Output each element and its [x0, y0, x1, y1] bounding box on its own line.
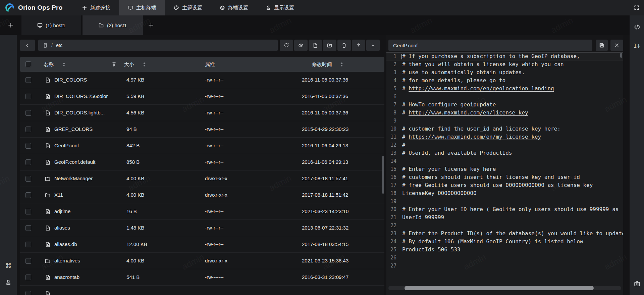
code-line[interactable]: 11# https://www.maxmind.com/en/my_licens…: [386, 133, 623, 141]
code-line[interactable]: 9: [386, 117, 623, 125]
file-list-scrollbar[interactable]: [382, 156, 384, 194]
code-line[interactable]: 20# Enter your User ID here ( GeoLite on…: [386, 205, 623, 213]
file-name[interactable]: GREP_COLORS: [54, 121, 93, 137]
upload-button[interactable]: [352, 40, 365, 51]
sort-order-button[interactable]: 1↓: [632, 41, 642, 51]
row-checkbox[interactable]: [25, 176, 31, 182]
new-session-button[interactable]: [4, 15, 17, 35]
file-name[interactable]: DIR_COLORS.lightb...: [54, 105, 105, 121]
file-row[interactable]: DIR_COLORS.256color5.59 KB-rw-r--r--2016…: [20, 88, 384, 105]
file-row[interactable]: NetworkManager4.00 KBdrwxr-xr-x2017-08-1…: [20, 170, 384, 187]
code-line[interactable]: 3# use to automatically obtain updates.: [386, 68, 623, 77]
code-line[interactable]: 15# Enter your license key here: [386, 165, 623, 173]
code-line[interactable]: 26: [386, 254, 623, 262]
row-checkbox[interactable]: [25, 159, 31, 165]
code-line[interactable]: 8# http://www.maxmind.com/en/license_key: [386, 109, 623, 117]
breadcrumb-segment-etc[interactable]: etc: [56, 43, 62, 48]
file-name[interactable]: DIR_COLORS: [54, 72, 87, 88]
sort-size-control[interactable]: [143, 62, 146, 67]
toggle-hidden-files-button[interactable]: [294, 40, 308, 51]
code-line[interactable]: 17# free GeoLite users should use 000000…: [386, 181, 623, 189]
row-checkbox[interactable]: [25, 192, 31, 198]
code-link[interactable]: https://www.maxmind.com/en/my_license_ke…: [409, 134, 541, 140]
file-row[interactable]: [20, 286, 384, 295]
screenshot-button[interactable]: [632, 279, 642, 288]
row-checkbox[interactable]: [25, 225, 31, 231]
file-name[interactable]: GeoIP.conf: [54, 138, 79, 154]
row-checkbox[interactable]: [25, 127, 31, 132]
sort-name-control[interactable]: [62, 62, 65, 67]
fullscreen-button[interactable]: [632, 3, 641, 12]
code-line[interactable]: 7# HowTo configure geoipupdate: [386, 101, 623, 109]
file-row[interactable]: DIR_COLORS.lightb...4.56 KB-rw-r--r--201…: [20, 105, 384, 121]
menu-item-terminal-settings[interactable]: 终端设置: [211, 0, 257, 15]
file-row[interactable]: aliases1.48 KB-rw-r--r--2013-06-07 22:31…: [20, 220, 384, 236]
file-name[interactable]: DIR_COLORS.256color: [54, 88, 108, 104]
identity-button[interactable]: [4, 278, 13, 287]
file-row[interactable]: GeoIP.conf.default858 B-rw-r--r--2016-11…: [20, 154, 384, 170]
code-line[interactable]: 25ProductIds 506 533: [386, 246, 623, 254]
code-view-button[interactable]: [632, 22, 642, 32]
code-line[interactable]: 22: [386, 222, 623, 230]
file-row[interactable]: GeoIP.conf842 B-rw-r--r--2016-11-06 04:2…: [20, 138, 384, 154]
filename-input[interactable]: GeoIP.conf: [388, 40, 592, 51]
editor-horizontal-scrollbar[interactable]: [405, 286, 594, 290]
file-row[interactable]: DIR_COLORS4.97 KB-rw-r--r--2016-11-05 00…: [20, 72, 384, 88]
code-line[interactable]: 27: [386, 262, 623, 270]
menu-item-display-settings[interactable]: 显示设置: [257, 0, 303, 15]
command-shortcuts-button[interactable]: ⌘: [4, 261, 13, 270]
filter-funnel-icon[interactable]: [111, 62, 117, 67]
code-line[interactable]: 12#: [386, 141, 623, 149]
file-row[interactable]: X114.00 KBdrwxr-xr-x2017-08-18 11:51:42: [20, 187, 384, 203]
code-link[interactable]: http://www.maxmind.com/en/geolocation_la…: [409, 85, 554, 92]
row-checkbox[interactable]: [25, 143, 31, 149]
file-row[interactable]: alternatives4.00 KBdrwxr-xr-x2021-03-23 …: [20, 253, 384, 269]
close-editor-button[interactable]: [610, 40, 623, 51]
delete-button[interactable]: [337, 40, 351, 51]
sort-mtime-control[interactable]: [340, 62, 343, 67]
file-row[interactable]: anacrontab541 B-rw-------2016-03-31 23:0…: [20, 269, 384, 286]
column-header-size[interactable]: 大小: [124, 57, 134, 72]
tab-host1-files[interactable]: (2) host1: [83, 15, 143, 35]
row-checkbox[interactable]: [25, 275, 31, 280]
code-line[interactable]: 14: [386, 157, 623, 165]
code-line[interactable]: 4# for more details, please go to: [386, 77, 623, 85]
file-name[interactable]: NetworkManager: [54, 170, 93, 187]
new-folder-button[interactable]: [323, 40, 336, 51]
code-line[interactable]: 6: [386, 93, 623, 101]
code-line[interactable]: 24# By default 106 (MaxMind GeoIP Countr…: [386, 238, 623, 246]
column-header-mtime[interactable]: 修改时间: [312, 57, 332, 72]
code-line[interactable]: 13# UserId, and available ProductIds: [386, 149, 623, 157]
editor-vertical-scrollbar[interactable]: [620, 53, 622, 58]
save-button[interactable]: [596, 40, 608, 51]
tab-host1-terminal[interactable]: (1) host1: [21, 15, 81, 35]
code-line[interactable]: 19: [386, 197, 623, 205]
row-checkbox[interactable]: [25, 209, 31, 214]
column-header-name[interactable]: 名称: [44, 57, 54, 72]
file-row[interactable]: GREP_COLORS94 B-rw-r--r--2015-04-29 22:3…: [20, 121, 384, 138]
new-file-button[interactable]: [309, 40, 322, 51]
file-name[interactable]: adjtime: [54, 203, 70, 219]
code-line[interactable]: 1# If you purchase a subscription to the…: [386, 52, 623, 60]
file-name[interactable]: GeoIP.conf.default: [54, 154, 95, 170]
code-line[interactable]: 2# then you will obtain a license key wh…: [386, 60, 623, 68]
menu-item-host-terminal[interactable]: 主机终端: [119, 0, 165, 15]
download-button[interactable]: [366, 40, 380, 51]
code-line[interactable]: 23# Enter the Product ID(s) of the datab…: [386, 230, 623, 238]
file-name[interactable]: anacrontab: [54, 269, 79, 285]
file-name[interactable]: aliases.db: [54, 236, 77, 252]
new-tab-button[interactable]: [144, 15, 158, 35]
code-link[interactable]: http://www.maxmind.com/en/license_key: [409, 109, 528, 116]
code-line[interactable]: 18LicenseKey 000000000000: [386, 189, 623, 197]
file-row[interactable]: adjtime16 B-rw-r--r--2021-03-23 14:23:10: [20, 203, 384, 220]
row-checkbox[interactable]: [25, 94, 31, 99]
code-line[interactable]: 16# customers should insert their licens…: [386, 173, 623, 181]
code-editor[interactable]: 1# If you purchase a subscription to the…: [386, 52, 623, 295]
row-checkbox[interactable]: [25, 242, 31, 247]
row-checkbox[interactable]: [25, 77, 31, 83]
file-name[interactable]: aliases: [54, 220, 70, 236]
file-row[interactable]: aliases.db12.00 KB-rw-r--r--2017-08-18 0…: [20, 236, 384, 253]
file-name[interactable]: X11: [54, 187, 63, 203]
code-line[interactable]: 5# http://www.maxmind.com/en/geolocation…: [386, 85, 623, 93]
breadcrumb[interactable]: / etc: [38, 40, 278, 51]
